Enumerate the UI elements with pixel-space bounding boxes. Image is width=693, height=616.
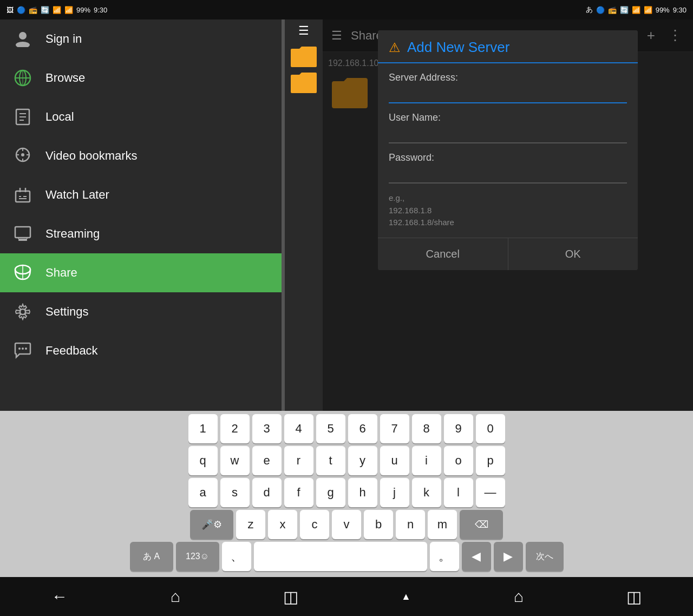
key-e[interactable]: e [252,446,282,475]
key-backspace[interactable]: ⌫ [460,510,503,539]
cancel-button[interactable]: Cancel [378,238,508,270]
key-7[interactable]: 7 [380,414,409,443]
key-5[interactable]: 5 [316,414,345,443]
ok-button[interactable]: OK [508,238,638,270]
key-o[interactable]: o [444,446,473,475]
key-h[interactable]: h [348,478,377,507]
key-0[interactable]: 0 [476,414,505,443]
sidebar-label-streaming: Streaming [45,227,100,241]
sidebar-item-browse[interactable]: Browse [0,58,282,97]
key-dash[interactable]: — [476,478,505,507]
back-button[interactable]: ← [38,583,81,610]
key-s[interactable]: s [220,478,250,507]
key-space[interactable] [254,542,427,571]
key-next-arrow[interactable]: ▶ [494,542,523,571]
add-server-dialog: ⚠ Add New Server Server Address: User Na… [378,30,638,270]
key-prev[interactable]: ◀ [462,542,491,571]
key-n[interactable]: n [396,510,425,539]
recents-button2[interactable]: ◫ [613,583,655,611]
battery-left: 99% [76,6,90,14]
key-v[interactable]: v [332,510,361,539]
keyboard-row-bottom: あ A 123☺ 、 。 ◀ ▶ 次へ [2,542,691,571]
dialog-overlay: ⚠ Add New Server Server Address: User Na… [323,19,693,411]
dialog-header: ⚠ Add New Server [378,30,638,63]
key-g[interactable]: g [316,478,345,507]
key-a[interactable]: a [188,478,218,507]
sidebar-item-settings[interactable]: Settings [0,292,282,331]
wifi-icon2: 📶 [632,6,640,14]
settings-icon [13,302,32,322]
key-enter[interactable]: 次へ [526,542,564,571]
key-m[interactable]: m [428,510,457,539]
svg-point-29 [18,348,21,350]
key-i[interactable]: i [412,446,441,475]
key-period[interactable]: 。 [430,542,459,571]
username-input[interactable] [389,127,627,143]
sidebar-item-watch-later[interactable]: Watch Later [0,175,282,214]
key-z[interactable]: z [236,510,265,539]
sidebar-label-local: Local [45,110,74,124]
key-r[interactable]: r [284,446,313,475]
key-l[interactable]: l [444,478,473,507]
nav-bar: ← ⌂ ◫ ▲ ⌂ ◫ [0,577,693,616]
key-c[interactable]: c [300,510,329,539]
username-label: User Name: [389,112,627,123]
sidebar-label-video-bookmarks: Video bookmarks [45,149,138,163]
key-d[interactable]: d [252,478,282,507]
key-f[interactable]: f [284,478,313,507]
key-x[interactable]: x [268,510,297,539]
sidebar-item-local[interactable]: Local [0,97,282,136]
key-8[interactable]: 8 [412,414,441,443]
key-mic[interactable]: 🎤⚙ [190,510,233,539]
sidebar: Sign in Browse Local Video bookmarks Wat [0,19,282,411]
password-label: Password: [389,152,627,163]
main-content: Sign in Browse Local Video bookmarks Wat [0,19,693,411]
sidebar-item-share[interactable]: Share [0,253,282,292]
key-p[interactable]: p [476,446,505,475]
key-j[interactable]: j [380,478,409,507]
streaming-icon [13,224,32,244]
hamburger-icon2[interactable]: ☰ [298,24,309,38]
recents-button[interactable]: ◫ [270,583,311,611]
battery-right: 99% [656,6,670,14]
key-lang[interactable]: あ A [130,542,173,571]
sidebar-label-sign-in: Sign in [45,32,82,46]
key-u[interactable]: u [380,446,409,475]
key-9[interactable]: 9 [444,414,473,443]
signal-bars2: 📶 [644,6,652,14]
home-button2[interactable]: ⌂ [501,583,537,610]
key-123[interactable]: 123☺ [176,542,219,571]
key-2[interactable]: 2 [220,414,250,443]
sidebar-label-share: Share [45,266,77,280]
key-3[interactable]: 3 [252,414,282,443]
dialog-body: Server Address: User Name: Password: e.g… [378,63,638,238]
keyboard-row-numbers: 1 2 3 4 5 6 7 8 9 0 [2,414,691,443]
key-k[interactable]: k [412,478,441,507]
key-6[interactable]: 6 [348,414,377,443]
key-t[interactable]: t [316,446,345,475]
password-field: Password: [389,152,627,184]
key-q[interactable]: q [188,446,218,475]
sidebar-item-feedback[interactable]: Feedback [0,331,282,370]
warning-icon: ⚠ [389,40,401,55]
key-1[interactable]: 1 [188,414,218,443]
password-input[interactable] [389,167,627,184]
key-comma[interactable]: 、 [222,542,251,571]
hint-line3: 192.168.1.8/share [389,218,454,227]
key-w[interactable]: w [220,446,250,475]
status-bar-left: 🖼 🔵 📻 🔄 📶 📶 99% 9:30 [6,6,107,14]
sidebar-item-sign-in[interactable]: Sign in [0,19,282,58]
sync-icon: 🔄 [620,6,629,14]
right-panel: ☰ Share + ⋮ 192.168.1.10 [323,19,693,411]
key-y[interactable]: y [348,446,377,475]
sidebar-item-streaming[interactable]: Streaming [0,214,282,253]
sidebar-item-video-bookmarks[interactable]: Video bookmarks [0,136,282,175]
key-b[interactable]: b [364,510,393,539]
server-address-input[interactable] [389,87,627,103]
key-4[interactable]: 4 [284,414,313,443]
home-button[interactable]: ⌂ [158,583,193,610]
svg-rect-0 [19,32,27,40]
center-indicator: ▲ [388,587,424,607]
svg-point-11 [21,153,24,156]
wifi-icon: 📶 [53,6,61,14]
